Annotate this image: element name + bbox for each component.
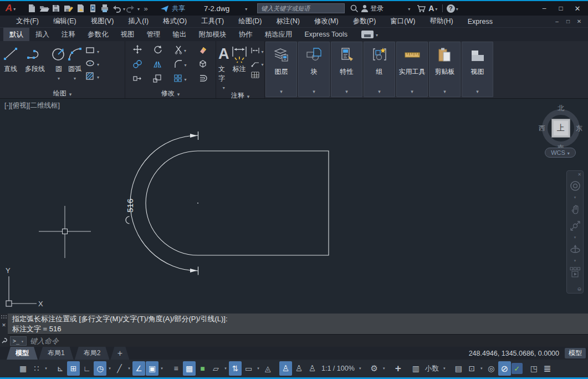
panel-groups[interactable]: 组 xyxy=(364,42,395,97)
units-icon[interactable] xyxy=(410,361,422,376)
workspace-switching-button[interactable] xyxy=(368,361,381,376)
new-layout-button[interactable]: + xyxy=(110,347,129,360)
ribbon-tab-output[interactable]: 输出 xyxy=(167,28,193,41)
viewcube-top-face[interactable]: 上 xyxy=(551,119,570,138)
workspace-flyout-icon[interactable] xyxy=(381,361,387,376)
chevron-down-icon[interactable] xyxy=(262,58,264,68)
autodesk-app-button[interactable]: A xyxy=(427,2,439,14)
doc-close-button[interactable]: ✕ xyxy=(574,16,585,27)
menu-insert[interactable]: 插入(I) xyxy=(121,16,156,27)
dimension-tool[interactable]: 标注 xyxy=(229,43,249,91)
doc-minimize-button[interactable]: – xyxy=(551,16,563,27)
arc-length-dimension[interactable]: 516 xyxy=(125,132,198,275)
array-tool[interactable] xyxy=(173,73,186,83)
ribbon-tab-view[interactable]: 视图 xyxy=(115,28,141,41)
chevron-down-icon[interactable] xyxy=(435,4,437,12)
tab-model[interactable]: 模型 xyxy=(7,347,38,360)
doc-restore-button[interactable]: □ xyxy=(563,16,574,27)
chevron-down-icon[interactable] xyxy=(97,46,99,55)
menu-view[interactable]: 视图(V) xyxy=(84,16,121,27)
panel-utilities[interactable]: 实用工具 xyxy=(396,42,428,97)
polyline-tool[interactable]: 多段线 xyxy=(19,43,51,89)
text-tool[interactable]: A 文字 xyxy=(218,43,229,91)
plot-button[interactable] xyxy=(74,2,86,14)
offset-tool[interactable] xyxy=(198,74,208,83)
menu-dimension[interactable]: 标注(N) xyxy=(269,16,307,27)
account-chevron-icon[interactable] xyxy=(408,4,410,12)
circle-tool[interactable]: 圆 xyxy=(51,43,67,89)
snap-flyout-icon[interactable] xyxy=(43,361,49,376)
search-input[interactable] xyxy=(257,3,345,13)
erase-tool[interactable] xyxy=(198,45,208,54)
showmotion-button[interactable] xyxy=(569,264,581,281)
trim-tool[interactable] xyxy=(174,44,186,54)
app-menu-button[interactable]: A xyxy=(4,2,17,14)
coordinates-display[interactable]: 248.4946, 1345.0686, 0.0000 xyxy=(469,347,559,360)
panel-expand-icon[interactable] xyxy=(443,85,446,95)
osnap3d-flyout-icon[interactable] xyxy=(223,361,228,376)
chevron-down-icon[interactable] xyxy=(456,4,458,12)
iso-flyout-icon[interactable] xyxy=(126,361,132,376)
crosshair-cursor[interactable] xyxy=(39,206,91,258)
orbit-flyout-icon[interactable] xyxy=(574,257,576,264)
rectangle-tool[interactable] xyxy=(85,46,99,55)
panel-block[interactable]: 块 xyxy=(298,42,330,97)
dynamic-ucs-button[interactable] xyxy=(229,361,242,376)
menu-parametric[interactable]: 参数(P) xyxy=(346,16,384,27)
panel-clipboard[interactable]: 剪贴板 xyxy=(429,42,461,97)
chevron-down-icon[interactable] xyxy=(97,58,99,68)
customization-button[interactable] xyxy=(541,361,554,376)
ribbon-tab-home[interactable]: 默认 xyxy=(3,28,29,41)
units-value[interactable]: 小数 xyxy=(423,361,441,376)
maximize-button[interactable]: □ xyxy=(553,2,569,15)
osnap-3d-button[interactable] xyxy=(209,361,222,376)
navbar-collapse-icon[interactable]: ⊖ xyxy=(577,286,581,292)
copy-tool[interactable] xyxy=(132,59,142,69)
redo-button[interactable] xyxy=(125,2,140,14)
app-store-button[interactable] xyxy=(415,2,427,14)
hatch-tool[interactable] xyxy=(85,71,99,81)
scale-tool[interactable] xyxy=(152,74,162,83)
ribbon-tab-addins[interactable]: 附加模块 xyxy=(193,28,233,41)
quick-properties-button[interactable] xyxy=(452,361,465,376)
menu-modify[interactable]: 修改(M) xyxy=(307,16,346,27)
circle-flyout-icon[interactable] xyxy=(58,74,60,82)
object-snap-button[interactable] xyxy=(146,361,158,376)
panel-layers[interactable]: 图层 xyxy=(265,42,297,97)
ribbon-display-toggle[interactable] xyxy=(361,31,378,38)
clean-screen-button[interactable] xyxy=(528,361,540,376)
search-button[interactable] xyxy=(348,2,360,14)
isolate-objects-button[interactable] xyxy=(485,361,498,376)
ribbon-tab-parametric[interactable]: 参数化 xyxy=(81,28,115,41)
uilock-flyout-icon[interactable] xyxy=(479,361,484,376)
annotation-monitor-button[interactable] xyxy=(262,361,274,376)
drawing-area[interactable]: 516 Y X [-][俯视][二维线框] 北 西 东 xyxy=(0,99,588,314)
annotation-visibility-button[interactable] xyxy=(279,361,292,376)
draw-panel-label[interactable]: 绘图 xyxy=(0,89,125,98)
zoom-button[interactable] xyxy=(570,218,581,234)
command-customize-button[interactable] xyxy=(1,334,7,347)
save-as-button[interactable] xyxy=(62,2,74,14)
signin-button[interactable]: 登录 xyxy=(360,2,384,14)
units-flyout-icon[interactable] xyxy=(442,361,447,376)
polar-tracking-button[interactable] xyxy=(94,361,106,376)
panel-expand-icon[interactable] xyxy=(411,85,413,95)
isometric-drafting-button[interactable] xyxy=(113,361,126,376)
tab-layout1[interactable]: 布局1 xyxy=(39,347,74,360)
move-tool[interactable] xyxy=(132,44,142,54)
chevron-down-icon[interactable] xyxy=(184,44,186,54)
new-file-button[interactable] xyxy=(25,2,38,14)
annotation-scale-value[interactable]: 1:1 / 100% xyxy=(319,361,357,376)
viewcube-east[interactable]: 东 xyxy=(576,124,582,133)
chevron-down-icon[interactable] xyxy=(21,338,24,344)
scale-flyout-icon[interactable] xyxy=(357,361,363,376)
search-flyout-arrow-icon[interactable] xyxy=(245,4,247,12)
mirror-tool[interactable] xyxy=(152,59,162,69)
pan-button[interactable] xyxy=(570,201,581,218)
panel-expand-icon[interactable] xyxy=(69,90,72,98)
print-button[interactable] xyxy=(99,2,111,14)
zoom-flyout-icon[interactable] xyxy=(574,234,576,241)
ellipse-tool[interactable] xyxy=(85,58,99,68)
snap-to-grid-button[interactable] xyxy=(67,361,80,376)
annotation-monitor-plus-button[interactable] xyxy=(392,361,405,376)
